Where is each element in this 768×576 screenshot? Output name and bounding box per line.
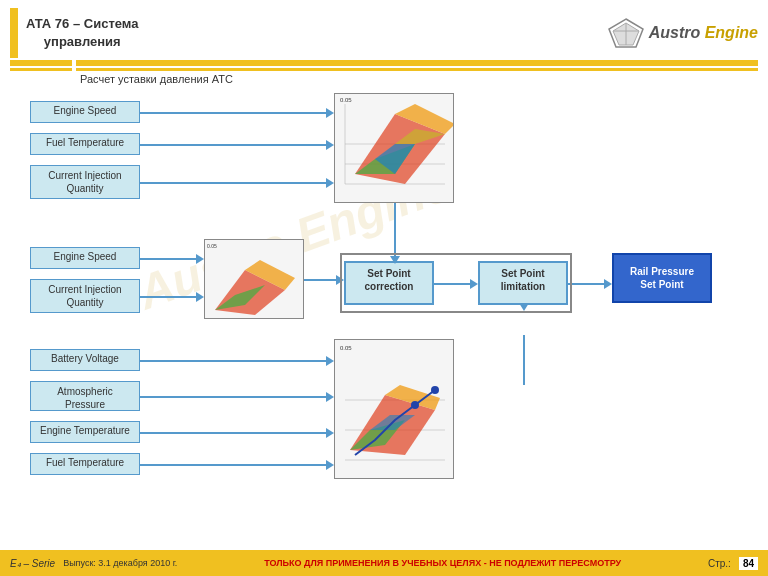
arrow-es-2 — [140, 258, 200, 260]
arrowhead-s3c — [326, 428, 334, 438]
input-fuel-temp-3: Fuel Temperature — [30, 453, 140, 475]
arrow-ap — [140, 396, 330, 398]
header-stripes — [10, 60, 758, 66]
header-title: АТА 76 – Система управления — [26, 15, 139, 51]
svg-point-25 — [411, 401, 419, 409]
arrow-fuel-temp-1 — [140, 144, 330, 146]
input-engine-speed-2: Engine Speed — [30, 247, 140, 269]
input-atm-pressure: AtmosphericPressure — [30, 381, 140, 411]
input-current-injection-1: Current InjectionQuantity — [30, 165, 140, 199]
footer-warning: ТОЛЬКО ДЛЯ ПРИМЕНЕНИЯ В УЧЕБНЫХ ЦЕЛЯХ - … — [185, 558, 700, 568]
arrowhead-s3b — [326, 392, 334, 402]
footer-serie: E₄ – Serie — [10, 558, 55, 569]
set-point-correction: Set Pointcorrection — [344, 261, 434, 305]
footer-date: Выпуск: 3.1 декабря 2010 г. — [63, 558, 177, 568]
header-left: АТА 76 – Система управления — [10, 8, 139, 58]
arrowhead-d1-down — [390, 256, 400, 264]
arrow-current-inj-1 — [140, 182, 330, 184]
arrow-engine-speed-1 — [140, 112, 330, 114]
arrow-s3-up — [523, 335, 525, 385]
chart-2: 0.05 — [205, 240, 305, 320]
footer: E₄ – Serie Выпуск: 3.1 декабря 2010 г. Т… — [0, 550, 768, 576]
main-content: Austro Engine Engine Speed Fuel Temperat… — [10, 91, 758, 551]
arrowhead-sp-spl — [470, 279, 478, 289]
logo-area: Austro Engine — [607, 17, 758, 49]
input-battery-voltage: Battery Voltage — [30, 349, 140, 371]
arrow-et — [140, 432, 330, 434]
arrowhead-s3a — [326, 356, 334, 366]
chart-3: 0.05 — [335, 340, 455, 480]
arrowhead-2b — [196, 292, 204, 302]
arrowhead-s3-up — [519, 303, 529, 311]
diagram-box-3: 0.05 — [334, 339, 454, 479]
arrowhead-1a — [326, 108, 334, 118]
svg-text:0.05: 0.05 — [340, 97, 352, 103]
footer-page-label: Стр.: — [708, 558, 731, 569]
svg-text:0.05: 0.05 — [207, 243, 217, 249]
yellow-bar-accent — [10, 8, 18, 58]
logo-text: Austro Engine — [649, 24, 758, 42]
footer-page-number: 84 — [739, 557, 758, 570]
arrow-ci-2 — [140, 296, 200, 298]
header-stripes-thin — [10, 68, 758, 71]
svg-point-26 — [431, 386, 439, 394]
subtitle: Расчет уставки давления АТС — [80, 73, 758, 85]
arrowhead-1c — [326, 178, 334, 188]
arrowhead-d2-sp — [336, 275, 344, 285]
arrowhead-spl-rp — [604, 279, 612, 289]
svg-text:0.05: 0.05 — [340, 345, 352, 351]
rail-pressure-set-point: Rail PressureSet Point — [612, 253, 712, 303]
input-current-injection-2: Current InjectionQuantity — [30, 279, 140, 313]
arrow-d1-down — [394, 203, 396, 261]
arrow-bv — [140, 360, 330, 362]
input-engine-speed-1: Engine Speed — [30, 101, 140, 123]
logo-icon — [607, 17, 645, 49]
chart-1: 0.05 — [335, 94, 453, 202]
set-point-limitation: Set Pointlimitation — [478, 261, 568, 305]
arrowhead-2a — [196, 254, 204, 264]
arrow-sp-spl — [434, 283, 474, 285]
diagram-box-1: 0.05 — [334, 93, 454, 203]
arrowhead-1b — [326, 140, 334, 150]
arrow-d2-sp — [304, 279, 340, 281]
input-engine-temp: Engine Temperature — [30, 421, 140, 443]
header: АТА 76 – Система управления Austro Engin… — [0, 0, 768, 60]
input-fuel-temp-1: Fuel Temperature — [30, 133, 140, 155]
arrow-ft3 — [140, 464, 330, 466]
arrowhead-s3d — [326, 460, 334, 470]
arrow-spl-rp — [568, 283, 608, 285]
diagram-box-2: 0.05 — [204, 239, 304, 319]
